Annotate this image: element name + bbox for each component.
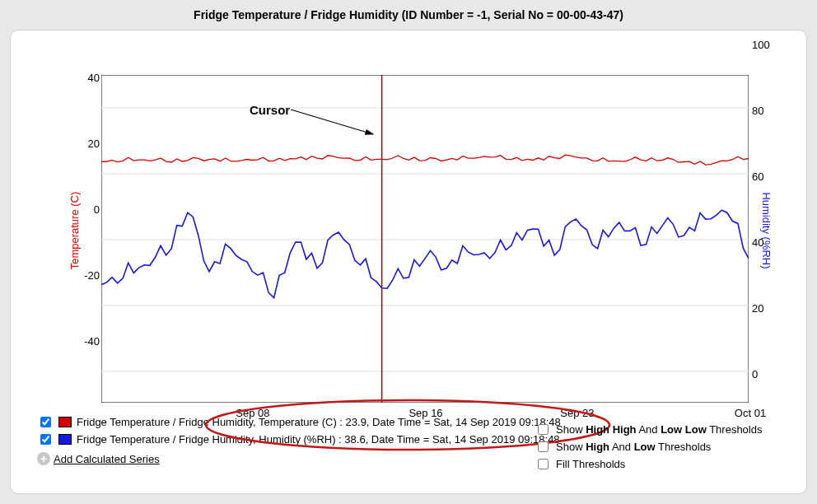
chart-panel: Temperature (C) Humidity (%RH) 40 20 0 -… xyxy=(10,30,807,494)
plus-icon: + xyxy=(37,452,50,465)
right-tick: 20 xyxy=(752,302,777,315)
legend-checkbox-temperature[interactable] xyxy=(40,417,51,427)
threshold-options: Show High High And Low Low Thresholds Sh… xyxy=(535,422,790,474)
left-tick: -20 xyxy=(75,269,100,282)
threshold-row-fill: Fill Thresholds xyxy=(535,456,790,472)
svg-rect-0 xyxy=(101,75,749,403)
checkbox-fill-thresholds[interactable] xyxy=(538,459,549,469)
svg-line-7 xyxy=(291,110,373,134)
left-tick: 20 xyxy=(75,138,100,150)
plot-area[interactable]: Cursor xyxy=(101,75,749,403)
threshold-label: Fill Thresholds xyxy=(556,458,625,470)
checkbox-hh-ll-thresholds[interactable] xyxy=(538,424,549,435)
plot-wrap: Temperature (C) Humidity (%RH) 40 20 0 -… xyxy=(44,42,790,419)
threshold-row-h-l: Show High And Low Thresholds xyxy=(535,439,790,455)
right-tick: 0 xyxy=(752,368,777,380)
legend-label-humidity: Fridge Temperature / Fridge Humidity, Hu… xyxy=(77,433,560,446)
right-tick: 80 xyxy=(752,105,777,117)
right-tick: 40 xyxy=(752,236,777,249)
left-tick: 40 xyxy=(75,72,100,84)
legend-swatch-temperature xyxy=(58,417,72,427)
checkbox-h-l-thresholds[interactable] xyxy=(538,441,549,452)
left-tick: 0 xyxy=(75,203,100,216)
cursor-arrow-icon xyxy=(291,110,390,142)
legend-checkbox-humidity[interactable] xyxy=(40,434,51,445)
left-tick: -40 xyxy=(75,335,100,348)
legend-swatch-humidity xyxy=(58,434,72,445)
chart-title: Fridge Temperature / Fridge Humidity (ID… xyxy=(0,8,817,21)
threshold-row-hh-ll: Show High High And Low Low Thresholds xyxy=(535,422,790,437)
plot-svg xyxy=(101,75,749,403)
legend-label-temperature: Fridge Temperature / Fridge Humidity, Te… xyxy=(77,416,561,428)
y-axis-right-label: Humidity (%RH) xyxy=(760,192,773,268)
cursor-annotation-label: Cursor xyxy=(250,103,290,117)
threshold-label: Show High High And Low Low Thresholds xyxy=(556,423,762,436)
add-calculated-series-label: Add Calculated Series xyxy=(54,453,160,465)
threshold-label: Show High And Low Thresholds xyxy=(556,441,711,453)
right-tick: 60 xyxy=(752,170,777,183)
right-tick: 100 xyxy=(752,39,777,51)
